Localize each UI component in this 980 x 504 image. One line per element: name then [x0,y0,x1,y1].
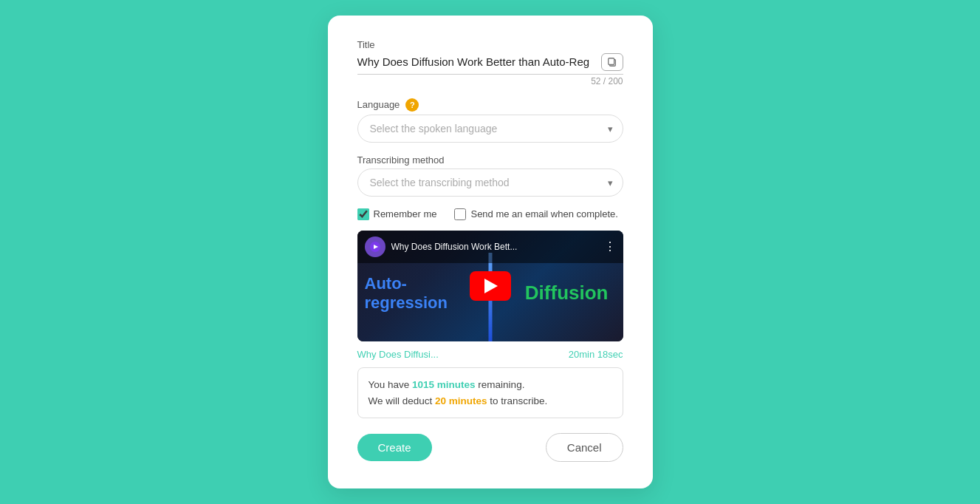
play-button[interactable] [470,271,511,301]
copy-button[interactable] [601,53,623,71]
info-line2-prefix: We will deduct [369,395,436,406]
remember-me-label: Remember me [374,208,437,219]
transcribing-field-group: Transcribing method Select the transcrib… [357,154,623,197]
remember-me-checkbox-label[interactable]: Remember me [357,208,437,220]
title-field-group: Title 52 / 200 [357,39,623,86]
transcribing-select[interactable]: Select the transcribing method [357,168,623,197]
main-modal: Title 52 / 200 Language ? Select the spo… [328,16,653,488]
language-select[interactable]: Select the spoken language [357,115,623,143]
video-background: Auto- regression Diffusion Why Does Diff… [357,231,623,341]
title-label: Title [357,39,623,50]
language-help-icon[interactable]: ? [405,98,419,112]
title-row [357,53,623,75]
transcribing-label: Transcribing method [357,154,623,166]
language-label: Language [357,99,400,110]
video-labels-row: Why Does Diffusi... 20min 18sec [357,349,623,360]
info-line1-prefix: You have [369,379,413,390]
checkboxes-row: Remember me Send me an email when comple… [357,208,623,220]
create-button[interactable]: Create [357,434,432,461]
video-preview: Auto- regression Diffusion Why Does Diff… [357,231,623,341]
language-dropdown-wrapper: Select the spoken language ▾ [357,115,623,143]
video-duration: 20min 18sec [569,349,623,360]
email-notify-checkbox-label[interactable]: Send me an email when complete. [454,208,617,220]
cancel-button[interactable]: Cancel [546,433,623,462]
info-deduct-minutes: 20 minutes [435,395,487,406]
info-minutes-remaining: 1015 minutes [412,379,476,390]
video-link-label[interactable]: Why Does Diffusi... [357,349,439,360]
buttons-row: Create Cancel [357,433,623,462]
char-count: 52 / 200 [357,76,623,86]
email-notify-label: Send me an email when complete. [470,208,617,219]
language-label-row: Language ? [357,98,623,112]
copy-icon [607,57,617,67]
play-button-wrap [357,231,623,341]
remember-me-checkbox[interactable] [357,208,369,220]
play-triangle-icon [484,279,498,293]
svg-rect-1 [608,58,614,65]
info-line1-suffix: remaining. [476,379,525,390]
email-notify-checkbox[interactable] [454,208,466,220]
info-box: You have 1015 minutes remaining. We will… [357,367,623,418]
transcribing-dropdown-wrapper: Select the transcribing method ▾ [357,168,623,197]
title-input[interactable] [357,55,595,68]
info-line2-suffix: to transcribe. [487,395,548,406]
language-field-group: Language ? Select the spoken language ▾ [357,98,623,143]
